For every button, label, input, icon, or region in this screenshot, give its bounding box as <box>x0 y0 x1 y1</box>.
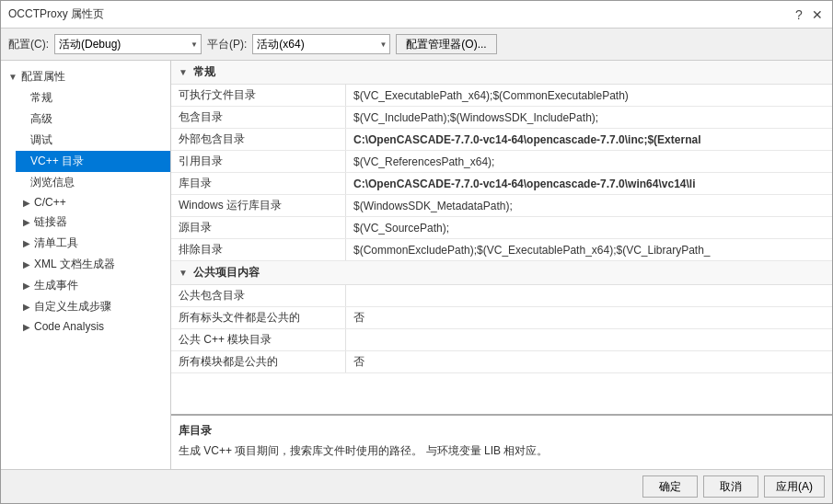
prop-row-external-include[interactable]: 外部包含目录 C:\OpenCASCADE-7.7.0-vc14-64\open… <box>171 129 832 151</box>
description-text: 生成 VC++ 项目期间，搜索库文件时使用的路径。 与环境变量 LIB 相对应。 <box>179 442 825 459</box>
prop-row-include[interactable]: 包含目录 $(VC_IncludePath);$(WindowsSDK_Incl… <box>171 107 832 129</box>
prop-row-all-modules-public[interactable]: 所有模块都是公共的 否 <box>171 351 832 373</box>
prop-value-include: $(VC_IncludePath);$(WindowsSDK_IncludePa… <box>346 109 832 127</box>
prop-name-library: 库目录 <box>171 173 346 194</box>
build-arrow-icon: ▶ <box>23 281 30 291</box>
tree-root-label: 配置属性 <box>21 69 65 85</box>
prop-row-reference[interactable]: 引用目录 $(VC_ReferencesPath_x64); <box>171 151 832 173</box>
prop-name-source: 源目录 <box>171 217 346 238</box>
public-section-title: 公共项目内容 <box>193 265 260 281</box>
prop-row-executable[interactable]: 可执行文件目录 $(VC_ExecutablePath_x64);$(Commo… <box>171 85 832 107</box>
left-panel: ▼ 配置属性 常规 高级 调试 VC++ 目录 浏览信息 ▶ C/C++ ▶ 链… <box>1 61 171 469</box>
sidebar-item-general[interactable]: 常规 <box>16 87 170 109</box>
prop-name-public-include: 公共包含目录 <box>171 285 346 306</box>
main-content: ▼ 配置属性 常规 高级 调试 VC++ 目录 浏览信息 ▶ C/C++ ▶ 链… <box>1 61 832 469</box>
codeanalysis-arrow-icon: ▶ <box>23 322 30 332</box>
close-button[interactable]: ✕ <box>810 7 825 22</box>
config-label: 配置(C): <box>8 37 49 52</box>
prop-value-all-headers-public: 否 <box>346 307 832 328</box>
properties-window: OCCTProxy 属性页 ? ✕ 配置(C): 活动(Debug) 平台(P)… <box>0 0 833 504</box>
config-select[interactable]: 活动(Debug) <box>54 34 202 54</box>
prop-row-all-headers-public[interactable]: 所有标头文件都是公共的 否 <box>171 307 832 329</box>
custom-arrow-icon: ▶ <box>23 302 30 312</box>
prop-name-public-cpp-module: 公共 C++ 模块目录 <box>171 329 346 350</box>
config-select-wrapper[interactable]: 活动(Debug) <box>54 34 202 54</box>
platform-label: 平台(P): <box>207 37 247 52</box>
build-label: 生成事件 <box>34 278 78 293</box>
sidebar-item-vcpp[interactable]: VC++ 目录 <box>16 151 170 172</box>
help-button[interactable]: ? <box>792 7 806 22</box>
tree-root-item[interactable]: ▼ 配置属性 <box>1 66 170 87</box>
sidebar-item-build-events[interactable]: ▶ 生成事件 <box>16 275 170 296</box>
linker-arrow-icon: ▶ <box>23 217 30 227</box>
prop-row-public-cpp-module[interactable]: 公共 C++ 模块目录 <box>171 329 832 351</box>
prop-value-executable: $(VC_ExecutablePath_x64);$(CommonExecuta… <box>346 86 832 105</box>
xml-label: XML 文档生成器 <box>34 257 115 272</box>
cc-label: C/C++ <box>34 196 66 209</box>
prop-name-exclude: 排除目录 <box>171 239 346 260</box>
platform-select[interactable]: 活动(x64) <box>252 34 390 54</box>
prop-row-winrt-library[interactable]: Windows 运行库目录 $(WindowsSDK_MetadataPath)… <box>171 195 832 217</box>
properties-table: ▼ 常规 可执行文件目录 $(VC_ExecutablePath_x64);$(… <box>171 61 832 414</box>
prop-value-external-include: C:\OpenCASCADE-7.7.0-vc14-64\opencascade… <box>346 131 832 149</box>
prop-name-all-modules-public: 所有模块都是公共的 <box>171 351 346 372</box>
prop-value-exclude: $(CommonExcludePath);$(VC_ExecutablePath… <box>346 241 832 259</box>
prop-name-include: 包含目录 <box>171 107 346 128</box>
sidebar-item-xml[interactable]: ▶ XML 文档生成器 <box>16 254 170 275</box>
prop-row-source[interactable]: 源目录 $(VC_SourcePath); <box>171 217 832 239</box>
section-public-header[interactable]: ▼ 公共项目内容 <box>171 261 832 285</box>
prop-name-executable: 可执行文件目录 <box>171 85 346 106</box>
apply-button[interactable]: 应用(A) <box>764 475 825 498</box>
prop-row-exclude[interactable]: 排除目录 $(CommonExcludePath);$(VC_Executabl… <box>171 239 832 261</box>
window-title: OCCTProxy 属性页 <box>8 6 104 22</box>
manifest-arrow-icon: ▶ <box>23 238 30 248</box>
prop-name-reference: 引用目录 <box>171 151 346 172</box>
section-general-header[interactable]: ▼ 常规 <box>171 61 832 85</box>
prop-value-public-cpp-module <box>346 338 832 343</box>
sidebar-item-browse[interactable]: 浏览信息 <box>16 172 170 193</box>
general-section-title: 常规 <box>193 64 215 80</box>
public-section-arrow: ▼ <box>179 268 188 278</box>
config-manager-button[interactable]: 配置管理器(O)... <box>396 34 496 54</box>
codeanalysis-label: Code Analysis <box>34 320 104 333</box>
general-section-arrow: ▼ <box>179 67 188 77</box>
sidebar-item-code-analysis[interactable]: ▶ Code Analysis <box>16 317 170 336</box>
sidebar-item-manifest[interactable]: ▶ 清单工具 <box>16 233 170 254</box>
sidebar-item-custom-build[interactable]: ▶ 自定义生成步骤 <box>16 296 170 317</box>
prop-name-external-include: 外部包含目录 <box>171 129 346 150</box>
root-arrow-icon: ▼ <box>8 72 17 82</box>
prop-value-reference: $(VC_ReferencesPath_x64); <box>346 153 832 171</box>
prop-value-public-include <box>346 293 832 299</box>
sidebar-item-debug[interactable]: 调试 <box>16 130 170 151</box>
prop-row-library[interactable]: 库目录 C:\OpenCASCADE-7.7.0-vc14-64\opencas… <box>171 173 832 195</box>
linker-label: 链接器 <box>34 214 67 230</box>
description-title: 库目录 <box>179 423 825 439</box>
tree-root: ▼ 配置属性 常规 高级 调试 VC++ 目录 浏览信息 ▶ C/C++ ▶ 链… <box>1 64 170 338</box>
description-panel: 库目录 生成 VC++ 项目期间，搜索库文件时使用的路径。 与环境变量 LIB … <box>171 414 832 469</box>
sidebar-item-cc[interactable]: ▶ C/C++ <box>16 193 170 212</box>
cc-arrow-icon: ▶ <box>23 198 30 208</box>
ok-button[interactable]: 确定 <box>642 475 698 498</box>
xml-arrow-icon: ▶ <box>23 259 30 269</box>
platform-select-wrapper[interactable]: 活动(x64) <box>252 34 390 54</box>
bottom-bar: 确定 取消 应用(A) <box>1 469 832 503</box>
sidebar-item-linker[interactable]: ▶ 链接器 <box>16 212 170 233</box>
title-controls: ? ✕ <box>792 7 825 22</box>
prop-name-winrt-library: Windows 运行库目录 <box>171 195 346 216</box>
custom-label: 自定义生成步骤 <box>34 299 111 315</box>
prop-name-all-headers-public: 所有标头文件都是公共的 <box>171 307 346 328</box>
manifest-label: 清单工具 <box>34 235 78 251</box>
prop-row-public-include[interactable]: 公共包含目录 <box>171 285 832 307</box>
cancel-button[interactable]: 取消 <box>703 475 758 498</box>
prop-value-all-modules-public: 否 <box>346 351 832 372</box>
right-panel: ▼ 常规 可执行文件目录 $(VC_ExecutablePath_x64);$(… <box>171 61 832 469</box>
toolbar: 配置(C): 活动(Debug) 平台(P): 活动(x64) 配置管理器(O)… <box>1 29 832 61</box>
prop-value-library: C:\OpenCASCADE-7.7.0-vc14-64\opencascade… <box>346 175 832 193</box>
tree-children: 常规 高级 调试 VC++ 目录 浏览信息 ▶ C/C++ ▶ 链接器 ▶ <box>1 87 170 336</box>
title-bar: OCCTProxy 属性页 ? ✕ <box>1 1 832 29</box>
prop-value-winrt-library: $(WindowsSDK_MetadataPath); <box>346 197 832 215</box>
sidebar-item-advanced[interactable]: 高级 <box>16 109 170 130</box>
prop-value-source: $(VC_SourcePath); <box>346 219 832 237</box>
